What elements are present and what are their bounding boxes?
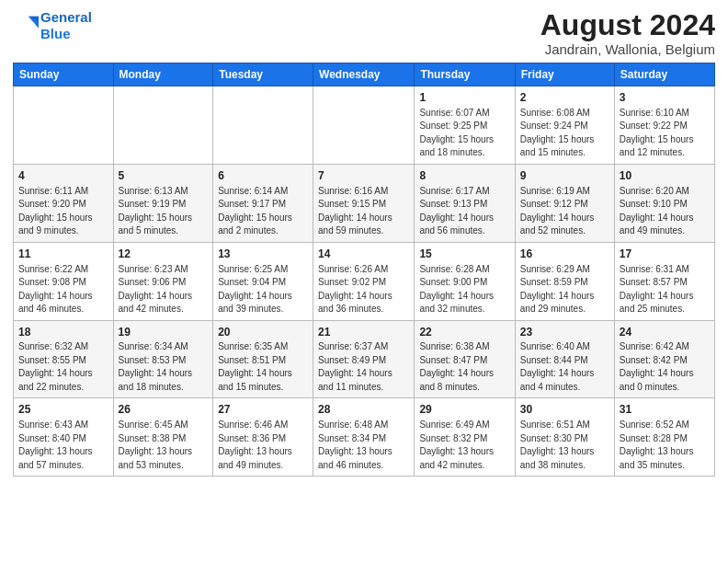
weekday-header-saturday: Saturday: [614, 63, 714, 86]
day-number: 31: [620, 402, 710, 418]
day-number: 13: [218, 247, 308, 262]
day-number: 28: [318, 402, 409, 418]
calendar-cell: 14Sunrise: 6:26 AMSunset: 9:02 PMDayligh…: [313, 242, 415, 320]
calendar-cell: 25Sunrise: 6:43 AMSunset: 8:40 PMDayligh…: [14, 398, 114, 477]
title-block: August 2024 Jandrain, Wallonia, Belgium: [540, 9, 715, 57]
calendar-cell: 19Sunrise: 6:34 AMSunset: 8:53 PMDayligh…: [113, 320, 213, 398]
calendar-cell: 8Sunrise: 6:17 AMSunset: 9:13 PMDaylight…: [415, 164, 515, 242]
day-info: Sunrise: 6:31 AMSunset: 8:57 PMDaylight:…: [620, 263, 710, 316]
weekday-header-monday: Monday: [113, 63, 213, 86]
day-number: 5: [119, 168, 209, 184]
day-info: Sunrise: 6:29 AMSunset: 8:59 PMDaylight:…: [520, 263, 609, 316]
day-number: 3: [620, 90, 710, 106]
day-number: 11: [18, 247, 108, 262]
calendar-cell: 29Sunrise: 6:49 AMSunset: 8:32 PMDayligh…: [415, 398, 515, 477]
day-number: 24: [620, 325, 710, 340]
calendar-cell: [313, 86, 415, 165]
calendar-cell: 11Sunrise: 6:22 AMSunset: 9:08 PMDayligh…: [14, 242, 114, 320]
day-number: 16: [520, 247, 609, 262]
calendar-cell: 5Sunrise: 6:13 AMSunset: 9:19 PMDaylight…: [113, 164, 213, 242]
day-info: Sunrise: 6:37 AMSunset: 8:49 PMDaylight:…: [318, 340, 409, 394]
day-number: 18: [18, 325, 108, 340]
day-info: Sunrise: 6:32 AMSunset: 8:55 PMDaylight:…: [18, 340, 108, 394]
day-number: 12: [119, 247, 209, 262]
calendar-table: SundayMondayTuesdayWednesdayThursdayFrid…: [13, 63, 715, 477]
weekday-header-wednesday: Wednesday: [313, 63, 415, 86]
day-info: Sunrise: 6:48 AMSunset: 8:34 PMDaylight:…: [318, 419, 409, 472]
day-number: 14: [318, 247, 409, 262]
day-info: Sunrise: 6:43 AMSunset: 8:40 PMDaylight:…: [18, 419, 108, 472]
day-number: 29: [419, 402, 509, 418]
calendar-cell: 6Sunrise: 6:14 AMSunset: 9:17 PMDaylight…: [213, 164, 313, 242]
day-number: 25: [18, 402, 108, 418]
calendar-cell: 26Sunrise: 6:45 AMSunset: 8:38 PMDayligh…: [113, 398, 213, 477]
day-number: 22: [419, 325, 509, 340]
calendar-cell: 16Sunrise: 6:29 AMSunset: 8:59 PMDayligh…: [515, 242, 614, 320]
day-number: 26: [119, 402, 209, 418]
day-info: Sunrise: 6:28 AMSunset: 9:00 PMDaylight:…: [419, 263, 509, 316]
day-info: Sunrise: 6:19 AMSunset: 9:12 PMDaylight:…: [520, 185, 609, 238]
calendar-subtitle: Jandrain, Wallonia, Belgium: [540, 41, 715, 57]
day-number: 17: [620, 247, 710, 262]
calendar-cell: 13Sunrise: 6:25 AMSunset: 9:04 PMDayligh…: [213, 242, 313, 320]
weekday-header-friday: Friday: [515, 63, 614, 86]
calendar-cell: 12Sunrise: 6:23 AMSunset: 9:06 PMDayligh…: [113, 242, 213, 320]
calendar-cell: 1Sunrise: 6:07 AMSunset: 9:25 PMDaylight…: [415, 86, 515, 165]
day-number: 8: [419, 168, 509, 184]
day-info: Sunrise: 6:52 AMSunset: 8:28 PMDaylight:…: [620, 419, 710, 472]
weekday-header-thursday: Thursday: [415, 63, 515, 86]
logo: General Blue: [13, 9, 92, 42]
day-info: Sunrise: 6:08 AMSunset: 9:24 PMDaylight:…: [520, 107, 609, 160]
calendar-cell: 3Sunrise: 6:10 AMSunset: 9:22 PMDaylight…: [614, 86, 714, 165]
calendar-cell: 4Sunrise: 6:11 AMSunset: 9:20 PMDaylight…: [14, 164, 114, 242]
day-info: Sunrise: 6:35 AMSunset: 8:51 PMDaylight:…: [218, 340, 308, 394]
calendar-cell: 27Sunrise: 6:46 AMSunset: 8:36 PMDayligh…: [213, 398, 313, 477]
day-number: 15: [419, 247, 509, 262]
day-info: Sunrise: 6:26 AMSunset: 9:02 PMDaylight:…: [318, 263, 409, 316]
calendar-cell: 7Sunrise: 6:16 AMSunset: 9:15 PMDaylight…: [313, 164, 415, 242]
day-info: Sunrise: 6:07 AMSunset: 9:25 PMDaylight:…: [419, 107, 509, 160]
calendar-cell: 28Sunrise: 6:48 AMSunset: 8:34 PMDayligh…: [313, 398, 415, 477]
calendar-cell: 31Sunrise: 6:52 AMSunset: 8:28 PMDayligh…: [614, 398, 714, 477]
day-info: Sunrise: 6:38 AMSunset: 8:47 PMDaylight:…: [419, 340, 509, 394]
day-info: Sunrise: 6:34 AMSunset: 8:53 PMDaylight:…: [119, 340, 209, 394]
day-number: 1: [419, 90, 509, 106]
calendar-cell: [113, 86, 213, 165]
day-number: 20: [218, 325, 308, 340]
day-number: 6: [218, 168, 308, 184]
logo-text: General Blue: [40, 9, 92, 42]
calendar-cell: [14, 86, 114, 165]
calendar-title: August 2024: [540, 9, 715, 41]
day-info: Sunrise: 6:16 AMSunset: 9:15 PMDaylight:…: [318, 185, 409, 238]
calendar-week-5: 25Sunrise: 6:43 AMSunset: 8:40 PMDayligh…: [14, 398, 715, 477]
calendar-week-1: 1Sunrise: 6:07 AMSunset: 9:25 PMDaylight…: [14, 86, 715, 165]
calendar-cell: [213, 86, 313, 165]
day-info: Sunrise: 6:46 AMSunset: 8:36 PMDaylight:…: [218, 419, 308, 472]
calendar-cell: 22Sunrise: 6:38 AMSunset: 8:47 PMDayligh…: [415, 320, 515, 398]
calendar-cell: 18Sunrise: 6:32 AMSunset: 8:55 PMDayligh…: [14, 320, 114, 398]
day-info: Sunrise: 6:10 AMSunset: 9:22 PMDaylight:…: [620, 107, 710, 160]
day-number: 21: [318, 325, 409, 340]
day-info: Sunrise: 6:14 AMSunset: 9:17 PMDaylight:…: [218, 185, 308, 238]
day-info: Sunrise: 6:25 AMSunset: 9:04 PMDaylight:…: [218, 263, 308, 316]
day-number: 19: [119, 325, 209, 340]
calendar-cell: 24Sunrise: 6:42 AMSunset: 8:42 PMDayligh…: [614, 320, 714, 398]
calendar-cell: 21Sunrise: 6:37 AMSunset: 8:49 PMDayligh…: [313, 320, 415, 398]
page: General Blue August 2024 Jandrain, Wallo…: [0, 0, 728, 563]
day-info: Sunrise: 6:17 AMSunset: 9:13 PMDaylight:…: [419, 185, 509, 238]
calendar-cell: 15Sunrise: 6:28 AMSunset: 9:00 PMDayligh…: [415, 242, 515, 320]
day-number: 2: [520, 90, 609, 106]
weekday-header-sunday: Sunday: [14, 63, 114, 86]
day-number: 23: [520, 325, 609, 340]
calendar-cell: 17Sunrise: 6:31 AMSunset: 8:57 PMDayligh…: [614, 242, 714, 320]
day-info: Sunrise: 6:51 AMSunset: 8:30 PMDaylight:…: [520, 419, 609, 472]
day-number: 9: [520, 168, 609, 184]
day-info: Sunrise: 6:23 AMSunset: 9:06 PMDaylight:…: [119, 263, 209, 316]
day-info: Sunrise: 6:22 AMSunset: 9:08 PMDaylight:…: [18, 263, 108, 316]
day-info: Sunrise: 6:49 AMSunset: 8:32 PMDaylight:…: [419, 419, 509, 472]
weekday-header-tuesday: Tuesday: [213, 63, 313, 86]
calendar-week-4: 18Sunrise: 6:32 AMSunset: 8:55 PMDayligh…: [14, 320, 715, 398]
day-number: 30: [520, 402, 609, 418]
day-number: 7: [318, 168, 409, 184]
day-number: 10: [620, 168, 710, 184]
